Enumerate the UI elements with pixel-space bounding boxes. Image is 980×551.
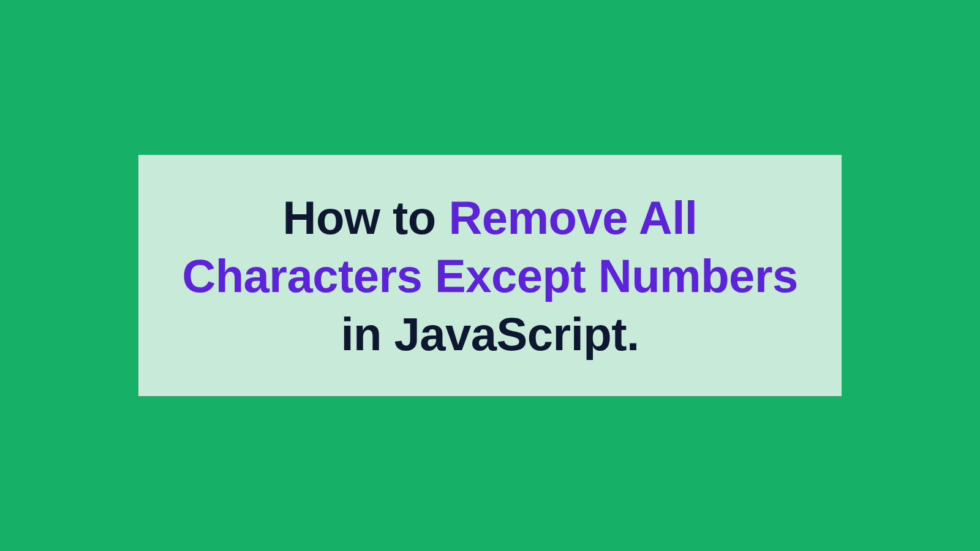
title-highlight: Remove All Characters Except Numbers — [182, 192, 797, 302]
outer-frame: How to Remove All Characters Except Numb… — [44, 25, 936, 526]
page-title: How to Remove All Characters Except Numb… — [175, 189, 805, 363]
content-card: How to Remove All Characters Except Numb… — [138, 155, 842, 396]
title-suffix: in JavaScript. — [341, 308, 639, 360]
title-prefix: How to — [283, 192, 449, 244]
